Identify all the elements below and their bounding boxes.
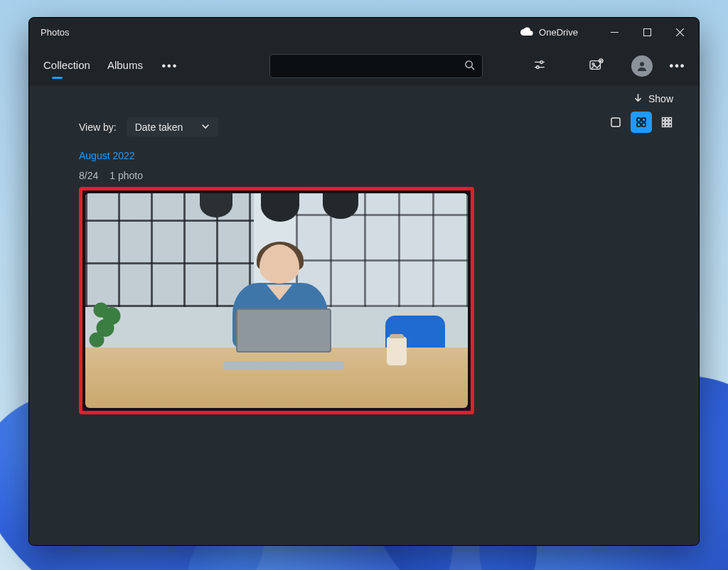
cloud-icon [520,27,533,38]
view-by-dropdown[interactable]: Date taken [127,117,219,137]
svg-rect-17 [642,123,646,127]
svg-rect-14 [637,118,641,122]
svg-rect-1 [643,28,651,36]
svg-rect-24 [663,124,665,127]
more-icon: ••• [670,60,686,72]
tab-albums[interactable]: Albums [106,55,144,78]
svg-point-5 [540,61,543,64]
photo-thumbnail-highlighted[interactable] [79,187,474,414]
search-icon [464,60,475,73]
svg-rect-15 [642,118,646,122]
nav-tabs: Collection Albums ••• [42,55,180,78]
close-button[interactable] [663,21,696,43]
view-by-value: Date taken [135,122,183,133]
app-title: Photos [41,27,69,38]
show-label: Show [648,93,673,104]
image-import-icon [589,58,604,74]
search-input[interactable] [277,60,464,72]
svg-point-11 [640,62,644,66]
group-count: 1 photo [109,170,143,181]
onedrive-button[interactable]: OneDrive [520,27,578,38]
svg-rect-23 [669,121,672,124]
svg-rect-20 [669,118,672,121]
svg-rect-26 [669,124,672,127]
svg-rect-19 [665,118,668,121]
titlebar: Photos OneDrive [29,18,699,46]
show-toggle-button[interactable]: Show [629,90,678,107]
svg-rect-0 [611,32,619,33]
view-single-button[interactable] [605,112,626,133]
group-date: 8/24 [79,170,98,181]
filter-button[interactable] [527,53,552,79]
svg-rect-22 [665,121,668,124]
minimize-button[interactable] [598,21,631,43]
arrow-down-icon [633,93,643,104]
maximize-button[interactable] [631,21,663,43]
svg-rect-25 [665,124,668,127]
tabs-overflow-button[interactable]: ••• [160,56,180,76]
import-button[interactable] [584,53,609,79]
account-button[interactable] [629,53,655,79]
svg-point-2 [466,60,472,67]
view-grid-medium-button[interactable] [631,112,652,133]
svg-rect-16 [637,123,641,127]
chevron-down-icon [201,122,210,133]
photo-thumbnail[interactable] [85,193,468,408]
svg-rect-18 [663,118,665,121]
sliders-icon [533,58,546,74]
more-button[interactable]: ••• [665,53,690,79]
toolbar: Collection Albums ••• [29,46,699,86]
content-area: Show [29,86,699,545]
group-meta: 8/24 1 photo [79,170,678,181]
avatar [631,55,653,77]
view-grid-small-button[interactable] [656,112,678,133]
onedrive-label: OneDrive [539,27,578,38]
svg-rect-21 [663,121,665,124]
view-by-label: View by: [79,122,117,133]
tab-collection[interactable]: Collection [42,55,92,78]
svg-point-9 [592,63,594,65]
group-month-label[interactable]: August 2022 [79,150,678,161]
photos-app-window: Photos OneDrive Collection Albums [28,17,700,546]
svg-rect-13 [611,118,620,127]
svg-line-3 [471,67,474,70]
svg-point-7 [537,66,540,69]
search-box[interactable] [269,54,483,78]
